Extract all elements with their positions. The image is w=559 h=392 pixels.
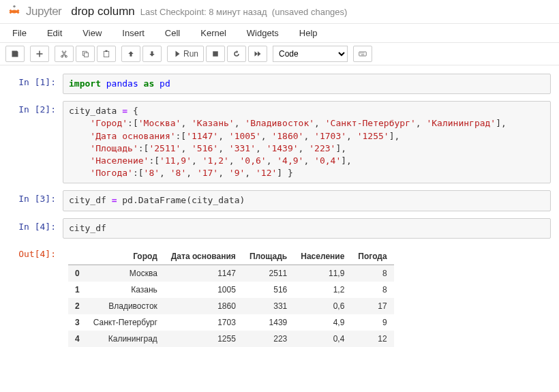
df-cell: 516 — [243, 282, 294, 298]
df-cell: 1,2 — [294, 282, 351, 298]
menu-file[interactable]: File — [12, 28, 27, 38]
df-col-header: Город — [87, 248, 164, 265]
plus-icon — [35, 50, 44, 58]
menu-widgets[interactable]: Widgets — [247, 28, 279, 38]
df-col-header: Население — [294, 248, 351, 265]
df-cell: 0,6 — [294, 298, 351, 314]
svg-point-0 — [13, 5, 15, 7]
run-button[interactable]: Run — [167, 46, 204, 62]
menu-cell[interactable]: Cell — [165, 28, 180, 38]
code-input[interactable]: import pandas as pd — [63, 74, 551, 94]
toolbar: Run Code — [0, 43, 559, 65]
svg-rect-9 — [360, 53, 361, 54]
svg-rect-7 — [213, 51, 218, 57]
code-input[interactable]: city_df = pd.DataFrame(city_data) — [63, 190, 551, 211]
restart-icon — [232, 50, 241, 58]
move-down-button[interactable] — [142, 46, 162, 62]
svg-rect-6 — [106, 50, 108, 52]
checkpoint-text: Last Checkpoint: 8 минут назад (unsaved … — [140, 7, 348, 17]
df-cell: Казань — [87, 282, 164, 298]
df-cell: 17 — [351, 298, 393, 314]
stop-icon — [211, 50, 220, 58]
df-cell: 223 — [243, 331, 294, 347]
svg-rect-12 — [361, 55, 365, 55]
restart-button[interactable] — [227, 46, 246, 62]
save-icon — [11, 50, 19, 58]
move-up-button[interactable] — [121, 46, 140, 62]
df-cell: Владивосток — [87, 298, 164, 314]
paste-icon — [102, 50, 110, 58]
df-cell: Москва — [87, 265, 164, 282]
menu-insert[interactable]: Insert — [122, 28, 145, 38]
df-cell: Санкт-Петербург — [87, 314, 164, 331]
table-row: 0Москва1147251111,98 — [68, 265, 394, 282]
menu-view[interactable]: View — [82, 28, 102, 38]
scissors-icon — [60, 50, 68, 58]
df-cell: 9 — [351, 314, 393, 331]
df-cell: 8 — [351, 282, 393, 298]
restart-run-all-button[interactable] — [248, 46, 267, 62]
keyboard-icon — [359, 50, 367, 58]
input-prompt: In [3]: — [8, 190, 63, 211]
app-header: Jupyter drop column Last Checkpoint: 8 м… — [0, 0, 559, 24]
menu-edit[interactable]: Edit — [47, 28, 62, 38]
jupyter-logo[interactable]: Jupyter — [7, 4, 61, 19]
code-cell[interactable]: In [2]: city_data = { 'Город':['Москва',… — [8, 101, 551, 183]
output-prompt: Out[4]: — [8, 245, 63, 347]
df-cell: Калининград — [87, 331, 164, 347]
notebook-title[interactable]: drop column — [71, 5, 135, 18]
svg-rect-4 — [85, 53, 89, 57]
celltype-select[interactable]: Code — [273, 46, 348, 62]
interrupt-button[interactable] — [206, 46, 225, 62]
df-cell: 1255 — [164, 331, 243, 347]
copy-icon — [81, 50, 89, 58]
df-cell: 1703 — [164, 314, 243, 331]
brand-text: Jupyter — [26, 5, 61, 18]
arrow-up-icon — [127, 50, 135, 58]
input-prompt: In [1]: — [8, 74, 63, 94]
df-col-header: Дата основания — [164, 248, 243, 265]
code-cell[interactable]: In [1]: import pandas as pd — [8, 74, 551, 94]
copy-button[interactable] — [76, 46, 95, 62]
svg-rect-10 — [362, 53, 363, 54]
df-cell: 1439 — [243, 314, 294, 331]
notebook-container: In [1]: import pandas as pd In [2]: city… — [0, 65, 559, 367]
df-cell: 2511 — [243, 265, 294, 282]
menu-help[interactable]: Help — [299, 28, 318, 38]
df-col-header: Погода — [351, 248, 393, 265]
svg-rect-11 — [363, 53, 365, 54]
df-cell: 12 — [351, 331, 393, 347]
svg-rect-5 — [104, 51, 109, 57]
command-palette-button[interactable] — [353, 46, 372, 62]
df-cell: 1005 — [164, 282, 243, 298]
table-row: 2Владивосток18603310,617 — [68, 298, 394, 314]
dataframe-table: ГородДата основанияПлощадьНаселениеПогод… — [68, 248, 394, 347]
run-icon — [172, 50, 181, 58]
df-col-header: Площадь — [243, 248, 294, 265]
jupyter-icon — [7, 4, 22, 19]
df-cell: 8 — [351, 265, 393, 282]
df-cell: 1860 — [164, 298, 243, 314]
save-button[interactable] — [5, 46, 25, 62]
output-area: ГородДата основанияПлощадьНаселениеПогод… — [63, 245, 551, 347]
table-row: 4Калининград12552230,412 — [68, 331, 394, 347]
df-cell: 4,9 — [294, 314, 351, 331]
menu-kernel[interactable]: Kernel — [200, 28, 226, 38]
output-cell: Out[4]: ГородДата основанияПлощадьНаселе… — [8, 245, 551, 347]
table-row: 3Санкт-Петербург170314394,99 — [68, 314, 394, 331]
cut-button[interactable] — [55, 46, 74, 62]
input-prompt: In [4]: — [8, 218, 63, 239]
table-row: 1Казань10055161,28 — [68, 282, 394, 298]
code-cell[interactable]: In [4]: city_df — [8, 218, 551, 239]
input-prompt: In [2]: — [8, 101, 63, 183]
df-cell: 11,9 — [294, 265, 351, 282]
code-input[interactable]: city_df — [63, 218, 551, 239]
code-input[interactable]: city_data = { 'Город':['Москва', 'Казань… — [63, 101, 551, 183]
svg-rect-8 — [359, 52, 367, 56]
add-cell-button[interactable] — [30, 46, 49, 62]
df-cell: 1147 — [164, 265, 243, 282]
paste-button[interactable] — [97, 46, 116, 62]
df-cell: 331 — [243, 298, 294, 314]
code-cell[interactable]: In [3]: city_df = pd.DataFrame(city_data… — [8, 190, 551, 211]
df-cell: 0,4 — [294, 331, 351, 347]
